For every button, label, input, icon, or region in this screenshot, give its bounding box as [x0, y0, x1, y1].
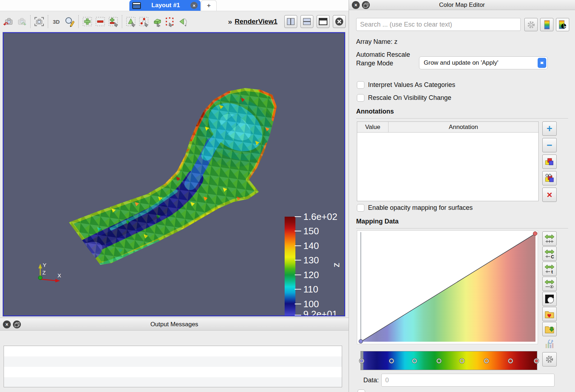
maximize-view-button[interactable]: [317, 15, 330, 28]
select-frustum-cells-button[interactable]: [163, 14, 176, 29]
renderview-title[interactable]: RenderView1: [235, 18, 277, 26]
rescale-to-all-timesteps-button[interactable]: t: [542, 262, 557, 276]
tab-close-icon[interactable]: ×: [190, 2, 198, 9]
interactive-select-cells-button[interactable]: [176, 14, 189, 29]
close-view-button[interactable]: [333, 15, 346, 28]
toolbar-separator: [48, 15, 48, 28]
rescale-to-custom-range-button[interactable]: C: [542, 246, 557, 261]
svg-text:9.2e+01: 9.2e+01: [303, 309, 337, 315]
divider: [356, 228, 568, 229]
color-control-point[interactable]: [534, 359, 539, 363]
tab-label: Layout #1: [144, 2, 188, 9]
color-control-point[interactable]: [389, 359, 394, 363]
data-label: Data:: [363, 377, 379, 384]
message-row: [4, 356, 342, 367]
output-messages-panel: × Output Messages: [0, 318, 349, 392]
viewarea: Y Z X 1.6e+02: [0, 32, 349, 318]
capture-screenshot-button[interactable]: [33, 14, 46, 29]
select-points-on-button[interactable]: [137, 14, 150, 29]
rescale-to-data-range-button[interactable]: [542, 231, 557, 246]
renderview-header: » RenderView1: [228, 15, 349, 28]
svg-text:↷: ↷: [21, 21, 26, 27]
zoom-to-box-button[interactable]: [63, 14, 76, 29]
terrain-mesh[interactable]: [65, 83, 284, 270]
output-messages-title: Output Messages: [0, 321, 349, 328]
svg-text:e: e: [561, 20, 566, 30]
rescale-to-visible-range-button[interactable]: [542, 277, 557, 291]
camera-redo-button[interactable]: ↷: [15, 14, 28, 29]
annotations-table[interactable]: Value Annotation: [357, 121, 539, 201]
split-horizontal-button[interactable]: [284, 15, 297, 28]
column-value[interactable]: Value: [357, 122, 388, 132]
toolbar-separator: [122, 15, 122, 28]
toolbar-separator: [30, 15, 31, 28]
paraview-window: Layout #1 × + ↶ ↷ 3D: [0, 0, 575, 392]
add-visible-annotations-button[interactable]: [542, 171, 557, 185]
layout-pane: Layout #1 × + ↶ ↷ 3D: [0, 0, 349, 392]
add-active-annotations-button[interactable]: [542, 155, 557, 169]
colormap-strip[interactable]: [360, 351, 537, 370]
svg-text:C: C: [551, 254, 554, 259]
invert-transfer-function-button[interactable]: [542, 292, 557, 306]
column-annotation[interactable]: Annotation: [388, 122, 538, 132]
remove-annotation-button[interactable]: −: [542, 138, 557, 152]
cme-titlebar: × Color Map Editor: [349, 0, 575, 10]
tf-control-point-min[interactable]: [359, 340, 363, 343]
save-to-preset-editor-button[interactable]: e: [556, 18, 569, 31]
interpret-categories-checkbox[interactable]: [357, 81, 364, 89]
advanced-options-gear-button[interactable]: [542, 352, 557, 366]
camera-undo-button[interactable]: ↶: [2, 14, 15, 29]
color-control-point[interactable]: [437, 359, 441, 363]
opacity-mapping-label: Enable opacity mapping for surfaces: [368, 204, 473, 212]
color-control-point[interactable]: [508, 359, 513, 363]
settings-gear-button[interactable]: [524, 18, 538, 31]
svg-text:t: t: [551, 269, 553, 274]
select-block-button[interactable]: [150, 14, 163, 29]
select-add-button[interactable]: [81, 14, 94, 29]
camera-selection-toolbar: ↶ ↷ 3D: [0, 11, 349, 32]
mapping-data-heading: Mapping Data: [356, 218, 399, 225]
opacity-mapping-checkbox[interactable]: [357, 204, 364, 212]
svg-text:100: 100: [303, 299, 319, 309]
rescale-visibility-checkbox[interactable]: [357, 94, 364, 102]
interpret-categories-label: Interpret Values As Categories: [368, 81, 455, 89]
svg-text:140: 140: [303, 240, 319, 251]
dropdown-spinner-icon[interactable]: [538, 58, 546, 68]
render-view-3d[interactable]: Y Z X 1.6e+02: [3, 32, 345, 316]
color-control-point[interactable]: [460, 359, 464, 363]
select-cells-on-button[interactable]: [124, 14, 137, 29]
add-annotation-button[interactable]: +: [542, 121, 557, 136]
axis-y-label: Y: [43, 262, 46, 268]
add-tab-button[interactable]: +: [201, 0, 217, 11]
color-control-point[interactable]: [412, 359, 417, 363]
toggle-2d-3d-button[interactable]: 3D: [50, 14, 63, 29]
split-vertical-button[interactable]: [300, 15, 313, 28]
svg-text:150: 150: [303, 226, 319, 236]
update-histogram-button[interactable]: [542, 337, 557, 351]
clipped-checkbox[interactable]: [358, 389, 365, 392]
select-subtract-button[interactable]: [94, 14, 107, 29]
toolbar-overflow-icon[interactable]: »: [228, 17, 231, 26]
color-legend[interactable]: 1.6e+02 150 140 130 120 110 100 9.2e+01 …: [285, 211, 341, 315]
svg-text:120: 120: [303, 269, 319, 280]
choose-preset-button[interactable]: [540, 18, 553, 31]
choose-preset-folder-button[interactable]: ♥: [542, 307, 557, 321]
output-messages-list[interactable]: [4, 346, 342, 387]
tf-control-point-max[interactable]: [533, 232, 537, 236]
data-value-input[interactable]: [381, 374, 555, 387]
rescale-mode-dropdown[interactable]: Grow and update on 'Apply': [419, 56, 548, 69]
color-control-point[interactable]: [484, 359, 489, 363]
color-control-point[interactable]: [359, 359, 364, 363]
tab-layout-1[interactable]: Layout #1 ×: [129, 0, 201, 11]
remove-all-annotations-button[interactable]: ×: [542, 188, 557, 202]
message-row: [4, 367, 342, 377]
layout-icon: [132, 2, 141, 9]
svg-text:1.6e+02: 1.6e+02: [303, 211, 337, 222]
annotations-table-header: Value Annotation: [357, 122, 538, 133]
transfer-function-editor[interactable]: [357, 230, 538, 344]
legend-title: z: [331, 263, 341, 267]
save-as-preset-button[interactable]: [542, 322, 557, 336]
axis-z-label: Z: [42, 269, 46, 276]
search-input[interactable]: [356, 18, 521, 31]
select-toggle-button[interactable]: [107, 14, 120, 29]
